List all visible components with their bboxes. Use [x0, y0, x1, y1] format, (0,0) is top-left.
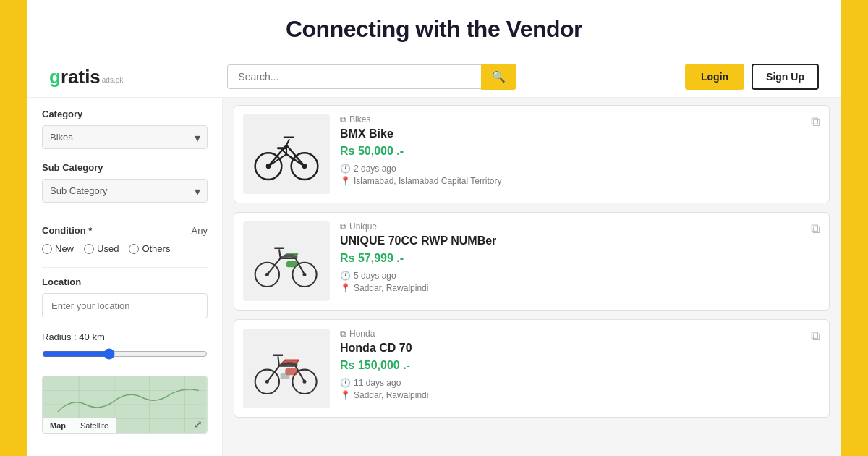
condition-others[interactable]: Others — [129, 243, 170, 254]
condition-radio-group: New Used Others — [42, 243, 208, 254]
condition-used-radio[interactable] — [84, 244, 94, 254]
search-area: 🔍 — [227, 64, 516, 90]
listing-info: ⧉ Honda Honda CD 70 Rs 150,000 .- 🕐 11 d… — [340, 329, 801, 400]
listing-image — [243, 329, 330, 408]
page-title: Connecting with the Vendor — [27, 16, 841, 43]
seller-name: Honda — [349, 329, 375, 339]
listing-title: BMX Bike — [340, 127, 801, 140]
listing-price: Rs 50,000 .- — [340, 145, 801, 158]
time-value: 2 days ago — [354, 164, 396, 174]
copy-icon[interactable]: ⧉ — [811, 221, 820, 237]
condition-new-label: New — [55, 243, 74, 254]
map-expand-icon[interactable]: ⤢ — [194, 418, 203, 430]
location-filter: Location — [42, 276, 208, 318]
logo: gratis — [49, 66, 101, 88]
category-label: Category — [42, 109, 208, 119]
time-value: 5 days ago — [354, 271, 396, 281]
location-label: Location — [42, 276, 208, 287]
condition-header: Condition * Any — [42, 225, 208, 236]
listing-action: ⧉ — [811, 114, 820, 130]
map-tab-map[interactable]: Map — [43, 418, 73, 433]
listing-meta: 🕐 2 days ago 📍 Islamabad, Islamabad Capi… — [340, 164, 801, 186]
page-header: Connecting with the Vendor — [27, 0, 841, 56]
main-wrapper: Connecting with the Vendor gratis ads.pk… — [27, 0, 841, 456]
listing-action: ⧉ — [811, 329, 820, 344]
clock-icon: 🕐 — [340, 378, 351, 388]
motorbike-green-svg — [250, 229, 323, 294]
login-button[interactable]: Login — [685, 64, 744, 90]
search-button[interactable]: 🔍 — [481, 64, 516, 90]
condition-others-label: Others — [142, 243, 170, 254]
listing-price: Rs 57,999 .- — [340, 252, 801, 265]
category-select[interactable]: Bikes — [42, 125, 208, 149]
divider-1 — [42, 216, 208, 216]
navbar: gratis ads.pk 🔍 Login Sign Up — [27, 56, 841, 98]
listing-meta: 🕐 11 days ago 📍 Saddar, Rawalpindi — [340, 378, 801, 400]
listings-panel: ⧉ Bikes BMX Bike Rs 50,000 .- 🕐 2 days a… — [223, 98, 841, 456]
condition-new[interactable]: New — [42, 243, 74, 254]
condition-others-radio[interactable] — [129, 244, 139, 254]
right-yellow-bar — [841, 0, 868, 456]
listing-action: ⧉ — [811, 221, 820, 237]
copy-icon[interactable]: ⧉ — [811, 114, 820, 130]
listing-title: Honda CD 70 — [340, 342, 801, 355]
listing-info: ⧉ Bikes BMX Bike Rs 50,000 .- 🕐 2 days a… — [340, 114, 801, 186]
map-tabs: Map Satellite — [43, 418, 116, 433]
divider-2 — [42, 267, 208, 268]
signup-button[interactable]: Sign Up — [752, 64, 819, 90]
logo-area: gratis ads.pk — [49, 66, 136, 88]
location-pin-icon: 📍 — [340, 283, 351, 293]
category-select-wrapper: Bikes — [42, 125, 208, 149]
listing-location: 📍 Saddar, Rawalpindi — [340, 283, 801, 293]
listing-card: ⧉ Bikes BMX Bike Rs 50,000 .- 🕐 2 days a… — [234, 105, 830, 203]
sidebar-filters: Category Bikes Sub Category Sub Category — [27, 98, 223, 456]
search-input[interactable] — [227, 64, 481, 89]
bmx-bike-svg — [250, 122, 323, 187]
listing-image — [243, 114, 330, 194]
location-pin-icon: 📍 — [340, 176, 351, 186]
radius-filter: Radius : 40 km — [42, 332, 208, 363]
map-tab-satellite[interactable]: Satellite — [73, 418, 116, 433]
left-yellow-bar — [0, 0, 27, 456]
listing-seller: ⧉ Bikes — [340, 114, 801, 124]
svg-rect-35 — [281, 373, 290, 379]
subcategory-select-wrapper: Sub Category — [42, 179, 208, 203]
location-input[interactable] — [42, 293, 208, 318]
time-value: 11 days ago — [354, 378, 401, 388]
condition-label: Condition * — [42, 225, 92, 236]
listing-time: 🕐 11 days ago — [340, 378, 801, 388]
condition-new-radio[interactable] — [42, 244, 52, 254]
listing-title: UNIQUE 70CC RWP NUMBer — [340, 235, 801, 248]
condition-used-label: Used — [97, 243, 119, 254]
clock-icon: 🕐 — [340, 164, 351, 174]
copy-icon[interactable]: ⧉ — [811, 329, 820, 344]
condition-filter: Condition * Any New Used Others — [42, 225, 208, 254]
subcategory-select[interactable]: Sub Category — [42, 179, 208, 203]
nav-buttons: Login Sign Up — [685, 64, 819, 90]
seller-name: Unique — [349, 221, 377, 232]
svg-rect-25 — [286, 261, 297, 267]
listing-location: 📍 Saddar, Rawalpindi — [340, 390, 801, 400]
condition-used[interactable]: Used — [84, 243, 119, 254]
listing-time: 🕐 5 days ago — [340, 271, 801, 281]
radius-value: 40 km — [79, 332, 104, 342]
listing-meta: 🕐 5 days ago 📍 Saddar, Rawalpindi — [340, 271, 801, 293]
svg-line-17 — [286, 139, 289, 145]
subcategory-label: Sub Category — [42, 162, 208, 173]
listing-card: ⧉ Honda Honda CD 70 Rs 150,000 .- 🕐 11 d… — [234, 319, 830, 418]
listing-card: ⧉ Unique UNIQUE 70CC RWP NUMBer Rs 57,99… — [234, 212, 830, 311]
listing-time: 🕐 2 days ago — [340, 164, 801, 174]
seller-icon: ⧉ — [340, 221, 346, 232]
listing-seller: ⧉ Unique — [340, 221, 801, 232]
svg-line-26 — [279, 249, 281, 258]
listing-info: ⧉ Unique UNIQUE 70CC RWP NUMBer Rs 57,99… — [340, 221, 801, 293]
subcategory-filter: Sub Category Sub Category — [42, 162, 208, 203]
location-value: Saddar, Rawalpindi — [354, 283, 428, 293]
condition-any: Any — [192, 225, 208, 236]
map-container: Map Satellite ⤢ — [42, 376, 208, 434]
radius-slider[interactable] — [42, 348, 208, 360]
seller-name: Bikes — [349, 114, 370, 124]
radius-label: Radius : 40 km — [42, 332, 208, 342]
listing-image — [243, 221, 330, 301]
location-value: Islamabad, Islamabad Capital Territory — [354, 176, 502, 186]
